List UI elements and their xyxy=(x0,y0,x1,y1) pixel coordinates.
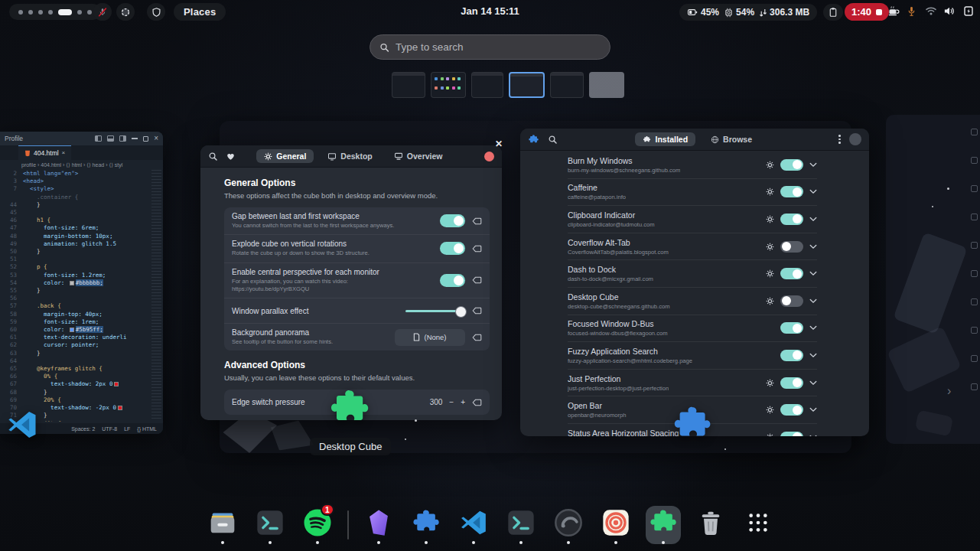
toggle-switch[interactable] xyxy=(440,214,465,227)
status-item[interactable]: Spaces: 2 xyxy=(71,426,95,432)
overview-icon[interactable] xyxy=(394,152,403,161)
minimap[interactable] xyxy=(151,170,161,420)
toggle-switch[interactable] xyxy=(440,274,465,287)
search-bar[interactable] xyxy=(370,34,610,60)
status-item[interactable]: UTF-8 xyxy=(102,426,117,432)
chevron-down-icon[interactable] xyxy=(809,244,817,249)
settings-gear-icon[interactable] xyxy=(766,187,774,196)
maximize-icon[interactable] xyxy=(143,136,148,142)
dock-item-desktop-cube-prefs[interactable] xyxy=(646,506,681,544)
chevron-down-icon[interactable] xyxy=(809,407,817,412)
workspace-thumbnail-5[interactable] xyxy=(550,72,584,98)
dock-item-spotify[interactable]: 1 xyxy=(300,506,335,544)
decrement-button[interactable]: − xyxy=(449,398,454,406)
chevron-down-icon[interactable] xyxy=(809,217,817,222)
workspace-thumbnail-6[interactable] xyxy=(589,72,624,98)
workspace-indicator[interactable] xyxy=(9,4,101,20)
extension-row[interactable]: Burn My Windowsburn-my-windows@schneegan… xyxy=(568,152,817,179)
search-icon[interactable] xyxy=(548,135,558,145)
dock-item-extensions-app[interactable] xyxy=(409,506,444,544)
extension-row[interactable]: Coverflow Alt-TabCoverflowAltTab@palatis… xyxy=(568,233,817,261)
chevron-down-icon[interactable] xyxy=(809,353,817,358)
settings-gear-icon[interactable] xyxy=(766,215,774,223)
reset-icon[interactable] xyxy=(472,276,482,284)
reset-icon[interactable] xyxy=(472,399,482,406)
dock-item-trash[interactable] xyxy=(693,506,728,544)
heart-icon[interactable] xyxy=(226,152,236,161)
chevron-down-icon[interactable] xyxy=(809,298,817,304)
extension-toggle[interactable] xyxy=(780,241,803,253)
status-item[interactable]: {} HTML xyxy=(137,426,157,432)
extension-toggle[interactable] xyxy=(780,186,803,197)
overview-window-close-button[interactable]: ✕ xyxy=(495,139,503,149)
reset-icon[interactable] xyxy=(472,217,482,225)
clock-menu[interactable]: Jan 14 15:11 xyxy=(461,5,519,17)
adjacent-workspace-window[interactable] xyxy=(886,115,980,444)
workspace-thumbnail-3[interactable] xyxy=(471,72,503,98)
background-panorama-button[interactable]: (None) xyxy=(395,329,465,346)
tab-browse[interactable]: Browse xyxy=(703,132,760,146)
reset-icon[interactable] xyxy=(472,334,482,341)
close-icon[interactable]: × xyxy=(154,135,158,142)
toggle-switch[interactable] xyxy=(440,242,465,255)
settings-gear-icon[interactable] xyxy=(766,379,774,387)
settings-gear-icon[interactable] xyxy=(766,433,774,436)
extension-toggle[interactable] xyxy=(780,159,803,171)
chevron-down-icon[interactable] xyxy=(809,162,817,168)
extension-row[interactable]: Dash to Dockdash-to-dock@micxgx.gmail.co… xyxy=(568,260,817,288)
volume-icon[interactable] xyxy=(943,5,956,17)
extension-toggle[interactable] xyxy=(780,404,803,416)
settings-gear-icon[interactable] xyxy=(766,406,774,414)
chevron-down-icon[interactable] xyxy=(809,189,817,194)
vscode-window[interactable]: Profile × 404.html × profile › 404.html … xyxy=(0,132,163,434)
dock-item-swirl-app[interactable] xyxy=(551,506,586,544)
menu-kebab-icon[interactable] xyxy=(838,135,841,144)
wifi-icon[interactable] xyxy=(925,5,937,16)
extension-row[interactable]: Caffeinecaffeine@patapon.info xyxy=(568,179,817,207)
extension-row[interactable]: Just Perfectionjust-perfection-desktop@j… xyxy=(568,370,817,397)
dock-item-terminal-2[interactable] xyxy=(503,506,539,544)
extension-row[interactable]: Fuzzy Application Searchfuzzy-applicatio… xyxy=(568,342,817,370)
app-indicator[interactable] xyxy=(116,3,135,21)
microphone-icon[interactable] xyxy=(907,5,917,18)
extension-row[interactable]: Focused Window D-Busfocused-window-dbus@… xyxy=(568,315,817,343)
chevron-down-icon[interactable] xyxy=(809,435,817,436)
extension-row[interactable]: Clipboard Indicatorclipboard-indicator@t… xyxy=(568,206,817,233)
parallax-slider[interactable] xyxy=(405,310,465,312)
extension-toggle[interactable] xyxy=(780,295,803,307)
extension-toggle[interactable] xyxy=(780,214,803,225)
workspace-thumbnail-1[interactable] xyxy=(392,72,425,98)
dock-item-show-applications[interactable] xyxy=(741,506,776,544)
search-icon[interactable] xyxy=(208,152,218,161)
extension-toggle[interactable] xyxy=(780,268,803,279)
tab-desktop[interactable]: Desktop xyxy=(320,149,379,163)
layout-sidebar-icon[interactable] xyxy=(95,135,102,142)
extensions-window[interactable]: Installed Browse Burn My Windowsburn-my-… xyxy=(520,129,869,436)
settings-gear-icon[interactable] xyxy=(766,243,774,251)
gear-icon[interactable] xyxy=(264,152,272,161)
reset-icon[interactable] xyxy=(472,245,482,253)
increment-button[interactable]: + xyxy=(461,398,465,406)
extension-toggle[interactable] xyxy=(780,432,803,436)
chevron-down-icon[interactable] xyxy=(809,380,817,386)
power-battery-icon[interactable] xyxy=(963,5,974,17)
dock-item-recorder-app[interactable] xyxy=(598,506,633,544)
workspace-thumbnail-2[interactable] xyxy=(431,72,466,98)
mic-muted-indicator[interactable] xyxy=(93,3,112,21)
layout-panel-icon[interactable] xyxy=(107,135,114,142)
window-close-button[interactable] xyxy=(849,133,861,145)
tab-close-icon[interactable]: × xyxy=(62,150,66,156)
reset-icon[interactable] xyxy=(472,307,482,315)
search-input[interactable] xyxy=(396,41,601,53)
places-menu[interactable]: Places xyxy=(174,3,226,21)
minimize-icon[interactable] xyxy=(132,138,138,139)
tab-general[interactable]: General xyxy=(256,149,314,163)
tab-404-html[interactable]: 404.html × xyxy=(18,145,71,160)
settings-gear-icon[interactable] xyxy=(766,297,774,305)
dock-item-vscode[interactable] xyxy=(456,506,491,544)
file-icon[interactable] xyxy=(413,333,420,341)
tab-overview[interactable]: Overview xyxy=(386,149,451,163)
tab-installed[interactable]: Installed xyxy=(635,132,695,146)
layout-secondary-icon[interactable] xyxy=(119,135,126,142)
desktop-cube-prefs-window[interactable]: GeneralDesktopOverview General Options T… xyxy=(200,145,502,420)
